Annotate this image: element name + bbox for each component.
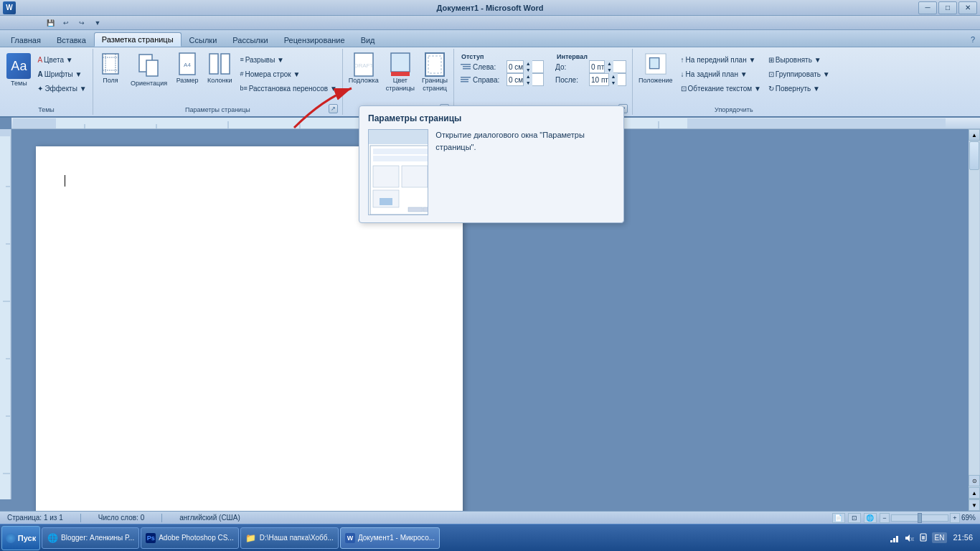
help-button[interactable]: ? [966,32,980,47]
page-borders-button[interactable]: Границыстраниц [419,52,451,94]
start-orb-icon [6,533,16,543]
undo-quick-button[interactable]: ↩ [59,17,73,29]
minimize-button[interactable]: ─ [918,1,937,14]
spacing-after-down[interactable]: ▼ [609,80,618,86]
indent-right-down[interactable]: ▼ [524,80,532,86]
orientation-button[interactable]: Ориентация [128,52,170,89]
breaks-button[interactable]: ≡ Разрывы ▼ [237,53,339,66]
tab-references[interactable]: Ссылки [182,32,225,47]
themes-group-label: Темы [38,105,55,113]
indent-left-down[interactable]: ▼ [524,67,532,73]
taskbar: Пуск 🌐 Blogger: Аленкины Р... Ps Adobe P… [0,524,980,551]
taskbar-item-word[interactable]: W Документ1 - Микросо... [340,527,440,549]
scroll-thumb[interactable] [969,141,979,170]
word-logo-icon[interactable]: W [3,1,16,14]
indent-right-up[interactable]: ▲ [524,73,532,80]
tray-security-icon[interactable] [918,532,929,544]
tab-home[interactable]: Главная [3,32,49,47]
effects-button[interactable]: ✦ Эффекты ▼ [35,82,88,95]
line-numbers-button[interactable]: # Номера строк ▼ [237,67,339,80]
start-button[interactable]: Пуск [1,526,40,550]
next-object-button[interactable]: ▼ [969,499,980,511]
print-layout-button[interactable]: 📄 [832,513,845,523]
web-layout-button[interactable]: 🌐 [864,513,877,523]
customize-quick-button[interactable]: ▼ [90,17,105,29]
full-screen-button[interactable]: ⊡ [848,513,861,523]
page-count: Страница: 1 из 1 [4,514,66,522]
taskbar-item-blogger[interactable]: 🌐 Blogger: Аленкины Р... [42,527,139,549]
text-wrapping-icon: ⊡ [681,85,687,93]
page-borders-icon [423,53,446,76]
fonts-button[interactable]: A Шрифты ▼ [35,67,88,80]
page-color-button[interactable]: Цветстраницы [383,52,418,94]
ribbon-group-themes: Аа Темы A Цвета ▼ A Шрифты ▼ ✦ Эффек [0,49,93,115]
scrollbar-vertical[interactable]: ▲ ▼ [969,129,980,499]
redo-quick-button[interactable]: ↪ [75,17,89,29]
zoom-out-button[interactable]: − [880,513,890,523]
svg-text:A4: A4 [184,62,191,68]
text-wrapping-button[interactable]: ⊡ Обтекание текстом ▼ [679,82,763,95]
maximize-button[interactable]: □ [938,1,957,14]
tray-volume-icon[interactable]: )))) [903,532,915,544]
spacing-after-input[interactable]: 10 пт ▲ ▼ [589,73,626,86]
svg-rect-34 [408,207,423,212]
svg-rect-63 [922,536,925,540]
tab-insert[interactable]: Вставка [49,32,94,47]
watermark-label: Подложка [349,77,379,85]
svg-rect-13 [391,53,410,72]
indent-right-spinner[interactable]: ▲ ▼ [523,73,532,86]
close-button[interactable]: ✕ [958,1,977,14]
rotate-button[interactable]: ↻ Повернуть ▼ [766,82,832,95]
svg-rect-47 [687,118,946,128]
taskbar-item-folder[interactable]: 📁 D:\Наша папка\Хобб... [240,527,339,549]
indent-left-up[interactable]: ▲ [524,60,532,67]
watermark-button[interactable]: DRAFT Подложка [346,52,382,86]
columns-icon [208,53,231,76]
align-button[interactable]: ⊞ Выровнять ▼ [766,53,832,66]
zoom-thumb[interactable] [918,513,922,523]
language-indicator[interactable]: EN [932,532,948,543]
bring-forward-button[interactable]: ↑ На передний план ▼ [679,53,763,66]
tab-review[interactable]: Рецензирование [276,32,353,47]
prev-page-button[interactable]: ⊙ [969,475,980,486]
send-backward-button[interactable]: ↓ На задний план ▼ [679,67,763,80]
indent-left-input[interactable]: 0 см ▲ ▼ [507,60,544,73]
spacing-after-up[interactable]: ▲ [609,73,618,80]
spacing-before-spinner[interactable]: ▲ ▼ [604,60,613,73]
watermark-icon: DRAFT [352,53,375,76]
margins-button[interactable]: Поля [96,52,125,86]
zoom-slider[interactable] [891,514,948,522]
spacing-before-input[interactable]: 0 пт ▲ ▼ [589,60,626,73]
tab-view[interactable]: Вид [353,32,383,47]
columns-button[interactable]: Колонки [204,52,235,86]
spacing-before-down[interactable]: ▼ [605,67,613,73]
colors-button[interactable]: A Цвета ▼ [35,53,88,66]
tray-network-icon[interactable] [889,532,900,544]
next-page-button[interactable]: ▲ [969,487,980,499]
indent-left-spinner[interactable]: ▲ ▼ [523,60,532,73]
save-quick-button[interactable]: 💾 [43,17,57,29]
group-button[interactable]: ⊡ Группировать ▼ [766,67,832,80]
indent-title: Отступ [460,53,544,60]
size-button[interactable]: A4 Размер [173,52,202,86]
tab-page-layout[interactable]: Разметка страницы [94,32,182,47]
themes-large-button[interactable]: Аа Темы [4,52,34,89]
svg-rect-14 [391,72,410,76]
indent-right-input[interactable]: 0 см ▲ ▼ [507,73,544,86]
bring-forward-icon: ↑ [681,56,684,64]
spacing-before-up[interactable]: ▲ [605,60,613,67]
taskbar-item-photoshop[interactable]: Ps Adobe Photoshop CS... [141,527,239,549]
spacing-before-row: До: 0 пт ▲ ▼ [555,60,626,73]
scroll-up-button[interactable]: ▲ [969,129,980,141]
spacing-after-spinner[interactable]: ▲ ▼ [608,73,618,86]
zoom-in-button[interactable]: + [950,513,960,523]
view-controls: 📄 ⊡ 🌐 − + 69% [832,513,976,523]
effects-icon: ✦ [37,85,43,93]
position-button[interactable]: Положение [636,52,676,95]
language[interactable]: английский (США) [176,514,243,522]
page-setup-dialog-button[interactable]: ↗ [329,104,338,113]
themes-icon: Аа [6,53,31,79]
hyphenation-button[interactable]: b≡ Расстановка переносов ▼ [237,82,339,95]
tab-mailings[interactable]: Рассылки [225,32,275,47]
svg-text:DRAFT: DRAFT [354,62,373,69]
